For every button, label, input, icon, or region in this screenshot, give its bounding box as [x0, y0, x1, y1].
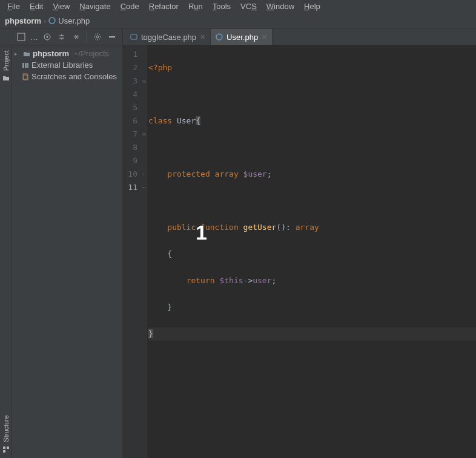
tree-external-libraries[interactable]: External Libraries	[12, 59, 122, 71]
folder-icon[interactable]	[2, 74, 10, 82]
breadcrumb-file[interactable]: User.php	[48, 16, 90, 25]
toolbar-row: … toggleCase.php ✕ User.php ✕	[0, 29, 476, 45]
svg-rect-8	[7, 447, 9, 449]
menu-code[interactable]: Code	[116, 1, 144, 12]
scratches-icon	[22, 73, 29, 80]
fold-toggle-icon[interactable]: ⊟	[141, 128, 147, 141]
code-editor[interactable]: 1 2 3 4 5 6 7 8 9 10 11 ⊟ ⊟ ⌐ ⌐ <?php cl…	[123, 45, 476, 458]
svg-point-0	[49, 18, 55, 24]
tab-user[interactable]: User.php ✕	[211, 29, 273, 45]
menu-tools[interactable]: Tools	[208, 1, 236, 12]
svg-rect-11	[25, 63, 27, 68]
menu-view[interactable]: View	[48, 1, 74, 12]
target-icon[interactable]	[42, 31, 53, 42]
folder-icon	[23, 50, 30, 57]
fold-toggle-icon[interactable]: ⊟	[141, 74, 147, 88]
php-file-icon	[216, 33, 223, 41]
menu-bar: File Edit View Navigate Code Refactor Ru…	[0, 0, 476, 13]
tab-label: toggleCase.php	[141, 33, 196, 42]
breadcrumb-project[interactable]: phpstorm	[5, 16, 41, 25]
svg-rect-10	[22, 63, 24, 68]
tree-project-root[interactable]: ▸ phpstorm ~/Projects	[12, 48, 122, 59]
svg-rect-9	[3, 450, 5, 453]
select-opened-icon[interactable]	[16, 31, 27, 42]
expand-all-icon[interactable]	[56, 31, 67, 42]
menu-vcs[interactable]: VCS	[236, 1, 262, 12]
svg-rect-12	[27, 63, 28, 68]
close-icon[interactable]: ✕	[262, 33, 267, 41]
fold-end-icon: ⌐	[141, 181, 147, 194]
breadcrumb: phpstorm › User.php	[0, 13, 476, 29]
library-icon	[22, 62, 29, 69]
menu-help[interactable]: Help	[299, 1, 325, 12]
structure-tool-tab[interactable]: Structure	[2, 415, 10, 442]
svg-point-4	[96, 36, 99, 38]
menu-window[interactable]: Window	[262, 1, 299, 12]
svg-point-3	[47, 36, 48, 38]
hide-icon[interactable]	[107, 31, 117, 42]
fold-end-icon: ⌐	[141, 168, 147, 181]
tab-togglecase[interactable]: toggleCase.php ✕	[125, 29, 211, 45]
php-file-icon	[130, 33, 137, 41]
svg-rect-5	[131, 34, 137, 39]
toolbar-ellipsis[interactable]: …	[30, 33, 38, 42]
collapse-all-icon[interactable]	[71, 31, 82, 42]
chevron-right-icon[interactable]: ▸	[15, 51, 21, 57]
breadcrumb-sep: ›	[44, 16, 46, 25]
structure-icon[interactable]	[2, 446, 10, 453]
code-area[interactable]: <?php class User{ protected array $user;…	[147, 45, 476, 458]
svg-point-6	[216, 34, 222, 40]
tree-scratches[interactable]: Scratches and Consoles	[12, 71, 122, 82]
menu-navigate[interactable]: Navigate	[74, 1, 115, 12]
svg-rect-7	[3, 447, 5, 449]
gear-icon[interactable]	[92, 31, 103, 42]
menu-run[interactable]: Run	[183, 1, 208, 12]
tool-window-strip-left: Project Structure	[0, 45, 12, 458]
tab-label: User.php	[226, 33, 258, 42]
menu-refactor[interactable]: Refactor	[144, 1, 183, 12]
line-number-gutter[interactable]: 1 2 3 4 5 6 7 8 9 10 11	[123, 45, 141, 458]
menu-file[interactable]: File	[2, 1, 25, 12]
fold-gutter[interactable]: ⊟ ⊟ ⌐ ⌐	[141, 45, 147, 458]
svg-rect-1	[18, 33, 25, 41]
editor-tabs: toggleCase.php ✕ User.php ✕	[125, 29, 273, 45]
project-tool-tab[interactable]: Project	[2, 50, 10, 71]
project-tree[interactable]: ▸ phpstorm ~/Projects External Libraries…	[12, 45, 123, 458]
php-file-icon	[48, 17, 56, 24]
menu-edit[interactable]: Edit	[25, 1, 48, 12]
close-icon[interactable]: ✕	[200, 33, 205, 41]
